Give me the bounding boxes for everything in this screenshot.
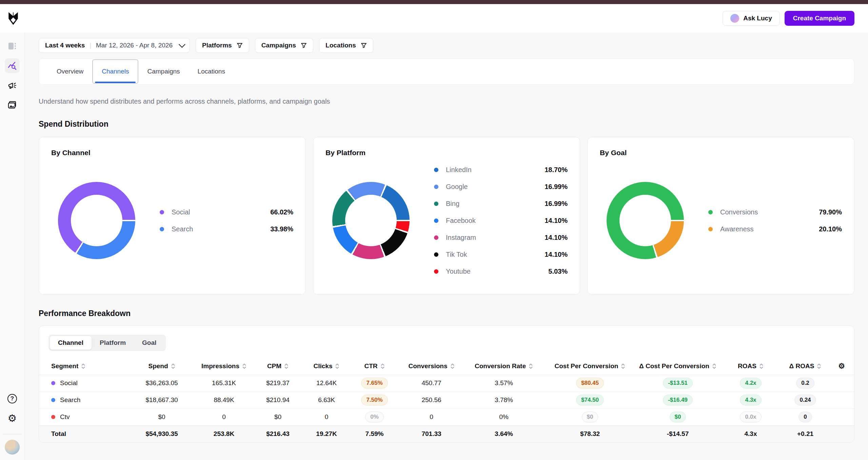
help-button[interactable]: ? bbox=[5, 391, 20, 406]
campaigns-filter-label: Campaigns bbox=[261, 42, 296, 49]
legend-label: Instagram bbox=[446, 234, 476, 242]
funnel-icon bbox=[361, 42, 367, 48]
app-logo[interactable] bbox=[0, 11, 26, 26]
column-label: Δ ROAS bbox=[789, 362, 814, 370]
sort-icon bbox=[335, 363, 339, 370]
locations-filter[interactable]: Locations bbox=[319, 38, 373, 53]
page-tabs: Overview Channels Campaigns Locations bbox=[39, 58, 854, 85]
column-header-sort[interactable]: Conversions bbox=[399, 362, 463, 370]
legend-item[interactable]: Bing16.99% bbox=[434, 195, 568, 212]
create-campaign-label: Create Campaign bbox=[793, 15, 846, 22]
total-value: -$14.57 bbox=[667, 430, 689, 437]
group-by-goal[interactable]: Goal bbox=[134, 336, 164, 350]
segment-label: Ctv bbox=[60, 413, 70, 421]
donut-hole bbox=[345, 195, 397, 246]
metric-value: 450.77 bbox=[421, 379, 441, 386]
tab-campaigns[interactable]: Campaigns bbox=[138, 59, 189, 84]
metric-value: $0 bbox=[158, 413, 165, 420]
user-avatar[interactable] bbox=[5, 440, 20, 455]
legend-item[interactable]: Social66.02% bbox=[160, 204, 293, 221]
gear-icon: ⚙ bbox=[8, 413, 17, 423]
sort-icon bbox=[759, 363, 764, 370]
table-total-row: Total$54,930.35253.8K$216.4319.27K7.59%7… bbox=[39, 425, 854, 442]
column-header-sort[interactable]: Spend bbox=[128, 362, 196, 370]
column-header-sort[interactable]: Cost Per Conversion bbox=[544, 362, 636, 370]
image-library-icon bbox=[7, 100, 17, 110]
legend-dot-icon bbox=[434, 269, 438, 274]
date-range-picker[interactable]: Last 4 weeks | Mar 12, 2026 - Apr 8, 202… bbox=[39, 38, 190, 53]
legend-item[interactable]: LinkedIn18.70% bbox=[434, 161, 568, 178]
legend-item[interactable]: Search33.98% bbox=[160, 221, 293, 237]
settings-button[interactable]: ⚙ bbox=[5, 411, 20, 426]
total-value: 3.64% bbox=[495, 430, 513, 437]
legend-item[interactable]: Awareness20.10% bbox=[708, 221, 842, 237]
legend-item[interactable]: Youtube5.03% bbox=[434, 263, 568, 280]
create-campaign-button[interactable]: Create Campaign bbox=[785, 11, 854, 26]
table-row[interactable]: Social$36,263.05165.31K$219.3712.64K7.65… bbox=[39, 375, 854, 392]
chart-legend: LinkedIn18.70%Google16.99%Bing16.99%Face… bbox=[434, 161, 568, 280]
column-header-sort[interactable]: ROAS bbox=[720, 362, 782, 370]
metric-badge: -$13.51 bbox=[663, 378, 693, 389]
metric-value: 0% bbox=[499, 413, 508, 420]
ask-lucy-button[interactable]: Ask Lucy bbox=[723, 11, 780, 26]
column-header-sort[interactable]: Clicks bbox=[303, 362, 350, 370]
legend-label: Conversions bbox=[720, 208, 758, 216]
legend-label: Social bbox=[172, 208, 190, 216]
donut-chart bbox=[332, 182, 410, 259]
column-header-sort[interactable]: CTR bbox=[350, 362, 399, 370]
group-by-channel[interactable]: Channel bbox=[50, 336, 92, 350]
table-row[interactable]: Search$18,667.3088.49K$210.946.63K7.50%2… bbox=[39, 392, 854, 409]
legend-item[interactable]: Instagram14.10% bbox=[434, 229, 568, 246]
column-header-sort[interactable]: CPM bbox=[252, 362, 303, 370]
performance-table: SegmentSpendImpressionsCPMClicksCTRConve… bbox=[39, 358, 854, 442]
sidebar-item-assets[interactable] bbox=[5, 98, 20, 112]
megaphone-icon bbox=[8, 81, 17, 90]
column-header-sort[interactable]: Impressions bbox=[196, 362, 252, 370]
total-value: 7.59% bbox=[366, 430, 384, 437]
legend-item[interactable]: Conversions79.90% bbox=[708, 204, 842, 221]
column-label: Segment bbox=[51, 362, 78, 370]
column-label: Conversion Rate bbox=[475, 362, 526, 370]
group-by-toggle: ChannelPlatformGoal bbox=[48, 335, 166, 351]
sidebar: ? ⚙ bbox=[0, 33, 25, 460]
column-header-sort[interactable]: Δ Cost Per Conversion bbox=[636, 362, 720, 370]
total-label: Total bbox=[51, 430, 66, 437]
column-settings-button[interactable]: ⚙ bbox=[838, 362, 845, 370]
column-label: Clicks bbox=[314, 362, 333, 370]
tab-locations[interactable]: Locations bbox=[189, 59, 234, 84]
legend-item[interactable]: Tik Tok14.10% bbox=[434, 246, 568, 263]
tab-overview[interactable]: Overview bbox=[48, 59, 92, 84]
column-header-sort[interactable]: Δ ROAS bbox=[782, 362, 829, 370]
platforms-filter[interactable]: Platforms bbox=[196, 38, 249, 53]
spend-distribution-title: Spend Distribution bbox=[39, 120, 854, 129]
metric-value: 3.78% bbox=[495, 396, 513, 403]
tab-channels[interactable]: Channels bbox=[92, 59, 138, 84]
legend-value: 16.99% bbox=[545, 200, 568, 208]
donut-chart bbox=[607, 182, 684, 259]
sidebar-item-analytics[interactable] bbox=[5, 58, 20, 73]
campaigns-filter[interactable]: Campaigns bbox=[255, 38, 313, 53]
segment-dot-icon bbox=[51, 381, 55, 385]
legend-item[interactable]: Google16.99% bbox=[434, 178, 568, 195]
total-value: 4.3x bbox=[745, 430, 757, 437]
total-value: 19.27K bbox=[316, 430, 337, 437]
sort-icon bbox=[242, 363, 246, 370]
donut-chart bbox=[58, 182, 135, 259]
metric-value: 88.49K bbox=[214, 396, 234, 403]
legend-item[interactable]: Facebook14.10% bbox=[434, 212, 568, 229]
column-label: Spend bbox=[148, 362, 168, 370]
by-platform-card: By PlatformLinkedIn18.70%Google16.99%Bin… bbox=[313, 137, 580, 295]
legend-dot-icon bbox=[434, 168, 438, 172]
page-description: Understand how spend distributes and per… bbox=[39, 98, 854, 105]
chevron-down-icon bbox=[179, 41, 185, 48]
total-value: 253.8K bbox=[214, 430, 234, 437]
sort-icon bbox=[284, 363, 289, 370]
group-by-platform[interactable]: Platform bbox=[92, 336, 134, 350]
column-header-sort[interactable]: Segment bbox=[39, 362, 128, 370]
column-header-sort[interactable]: Conversion Rate bbox=[463, 362, 544, 370]
window-title-bar bbox=[0, 0, 868, 4]
sidebar-item-dashboard[interactable] bbox=[5, 39, 20, 54]
sidebar-item-campaigns[interactable] bbox=[5, 78, 20, 93]
table-row[interactable]: Ctv$00$000%00%$0$00.0x0 bbox=[39, 409, 854, 425]
card-title: By Channel bbox=[51, 149, 293, 157]
